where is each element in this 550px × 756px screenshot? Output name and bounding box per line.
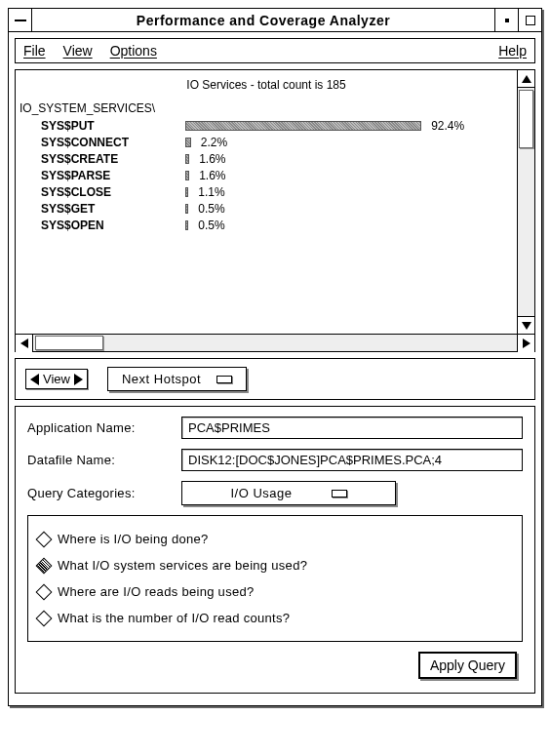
menu-help[interactable]: Help bbox=[498, 43, 527, 59]
hscroll-thumb[interactable] bbox=[35, 336, 103, 350]
query-option[interactable]: Where is I/O being done? bbox=[36, 526, 514, 552]
application-name-label: Application Name: bbox=[27, 420, 174, 435]
chart-bar-row: SYS$CLOSE1.1% bbox=[20, 183, 513, 200]
chart-bar-value: 92.4% bbox=[431, 119, 464, 133]
chart-bar-label: SYS$GET bbox=[20, 202, 185, 216]
form-panel: Application Name: PCA$PRIMES Datafile Na… bbox=[15, 406, 535, 694]
maximize-button[interactable] bbox=[518, 9, 541, 31]
view-prev-icon[interactable] bbox=[30, 374, 39, 385]
query-categories-option[interactable]: I/O Usage bbox=[181, 481, 396, 505]
hscroll-track[interactable] bbox=[33, 335, 517, 351]
option-indicator-icon bbox=[332, 490, 347, 497]
chart-title: IO Services - total count is 185 bbox=[20, 78, 513, 92]
chart-bar-value: 0.5% bbox=[198, 202, 224, 216]
scroll-up-button[interactable] bbox=[518, 70, 534, 88]
radio-diamond-icon[interactable] bbox=[36, 583, 53, 600]
view-navigator[interactable]: View bbox=[25, 369, 88, 389]
query-categories-value: I/O Usage bbox=[230, 486, 292, 500]
titlebar: Performance and Coverage Analyzer bbox=[9, 9, 541, 32]
query-option-text: Where are I/O reads being used? bbox=[58, 584, 255, 599]
chart-bar-row: SYS$GET0.5% bbox=[20, 200, 513, 217]
chart-bar-track: 1.6% bbox=[185, 170, 513, 181]
chart-bar-row: SYS$CONNECT2.2% bbox=[20, 134, 513, 150]
next-hotspot-label: Next Hotspot bbox=[122, 372, 201, 386]
menu-options[interactable]: Options bbox=[110, 43, 157, 59]
nav-panel: View Next Hotspot bbox=[15, 358, 535, 400]
view-label: View bbox=[43, 372, 70, 386]
chart-bar-row: SYS$OPEN0.5% bbox=[20, 217, 513, 233]
radio-diamond-icon[interactable] bbox=[36, 610, 53, 626]
chart-bar-track: 1.1% bbox=[185, 186, 513, 198]
chart-group-label: IO_SYSTEM_SERVICES\ bbox=[20, 101, 513, 115]
chart-vertical-scrollbar[interactable] bbox=[517, 70, 534, 334]
apply-query-button[interactable]: Apply Query bbox=[418, 652, 517, 679]
application-name-field[interactable]: PCA$PRIMES bbox=[181, 417, 523, 439]
query-option-text: What is the number of I/O read counts? bbox=[58, 611, 290, 625]
chart-bar bbox=[185, 220, 188, 230]
chart-horizontal-scrollbar[interactable] bbox=[16, 334, 534, 351]
chart-panel: IO Services - total count is 185 IO_SYST… bbox=[15, 69, 535, 352]
chart-bar-label: SYS$OPEN bbox=[20, 219, 185, 232]
menubar: File View Options Help bbox=[15, 38, 535, 63]
app-window: Performance and Coverage Analyzer File V… bbox=[8, 8, 542, 706]
option-indicator-icon bbox=[216, 376, 232, 383]
chart-bar-track: 0.5% bbox=[185, 219, 513, 231]
chart-bar-row: SYS$PARSE1.6% bbox=[20, 167, 513, 183]
menu-view[interactable]: View bbox=[63, 43, 93, 59]
chart-bar-row: SYS$CREATE1.6% bbox=[20, 150, 513, 167]
query-option-text: What I/O system services are being used? bbox=[58, 558, 307, 573]
view-next-icon[interactable] bbox=[74, 374, 83, 385]
datafile-name-field[interactable]: DISK12:[DOC$JONES]PCA$PRIMES.PCA;4 bbox=[181, 449, 523, 471]
chart-bar bbox=[185, 138, 191, 147]
chart-bar bbox=[185, 121, 421, 131]
datafile-name-label: Datafile Name: bbox=[27, 453, 174, 467]
chart-bar-track: 1.6% bbox=[185, 153, 513, 165]
scroll-right-button[interactable] bbox=[517, 335, 534, 352]
chart-bar-track: 0.5% bbox=[185, 203, 513, 215]
chart-bar-label: SYS$PARSE bbox=[20, 169, 185, 182]
query-option[interactable]: Where are I/O reads being used? bbox=[36, 578, 514, 605]
chart-bar-value: 1.1% bbox=[198, 185, 224, 199]
menu-file[interactable]: File bbox=[23, 43, 46, 59]
system-menu-button[interactable] bbox=[9, 9, 32, 31]
chart-bar bbox=[185, 187, 188, 197]
chart-bar-value: 1.6% bbox=[199, 169, 225, 182]
chart-bar-value: 2.2% bbox=[201, 136, 227, 149]
query-option[interactable]: What is the number of I/O read counts? bbox=[36, 605, 514, 631]
minimize-button[interactable] bbox=[494, 9, 518, 31]
chart-content: IO Services - total count is 185 IO_SYST… bbox=[16, 70, 517, 334]
scroll-left-button[interactable] bbox=[16, 335, 33, 352]
query-categories-label: Query Categories: bbox=[27, 486, 174, 500]
query-option[interactable]: What I/O system services are being used? bbox=[36, 552, 514, 578]
chart-bar bbox=[185, 154, 189, 164]
chart-bar-track: 2.2% bbox=[185, 137, 513, 148]
next-hotspot-button[interactable]: Next Hotspot bbox=[107, 367, 247, 391]
chart-bar-track: 92.4% bbox=[185, 120, 513, 132]
scroll-down-button[interactable] bbox=[518, 316, 534, 334]
chart-bar-value: 1.6% bbox=[199, 152, 225, 166]
radio-diamond-icon[interactable] bbox=[36, 531, 53, 547]
chart-bar-row: SYS$PUT92.4% bbox=[20, 117, 513, 134]
vscroll-thumb[interactable] bbox=[519, 90, 533, 148]
chart-bar bbox=[185, 171, 189, 180]
chart-bar bbox=[185, 204, 188, 214]
query-option-text: Where is I/O being done? bbox=[58, 532, 209, 546]
chart-bar-label: SYS$CLOSE bbox=[20, 185, 185, 199]
chart-bar-label: SYS$PUT bbox=[20, 119, 185, 133]
chart-bar-label: SYS$CONNECT bbox=[20, 136, 185, 149]
window-title: Performance and Coverage Analyzer bbox=[32, 9, 494, 31]
chart-bar-label: SYS$CREATE bbox=[20, 152, 185, 166]
radio-diamond-icon[interactable] bbox=[36, 557, 53, 574]
vscroll-track[interactable] bbox=[518, 88, 534, 316]
query-list: Where is I/O being done?What I/O system … bbox=[27, 515, 523, 642]
chart-bar-value: 0.5% bbox=[198, 219, 224, 232]
